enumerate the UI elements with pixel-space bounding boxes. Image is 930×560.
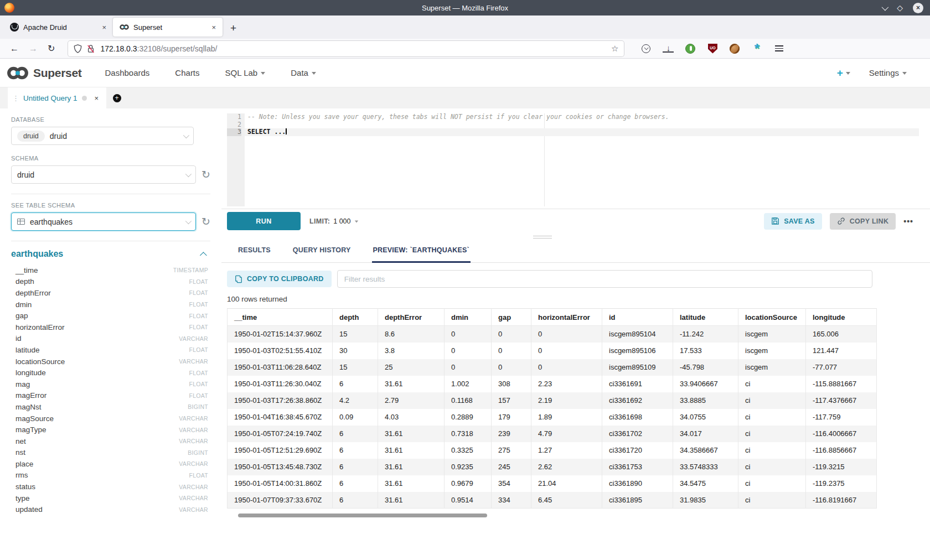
column-name: type [16,494,30,502]
column-header-latitude[interactable]: latitude [673,309,738,326]
limit-dropdown[interactable]: LIMIT: 1 000 [309,217,359,225]
column-header-horizontalError[interactable]: horizontalError [531,309,602,326]
schema-column-row[interactable]: magSource VARCHAR [11,413,210,424]
chevron-down-icon [846,72,850,75]
nav-dashboards[interactable]: Dashboards [105,68,149,77]
tab-preview-earthquakes[interactable]: PREVIEW: `EARTHQUAKES` [372,240,471,263]
add-query-tab-button[interactable]: + [106,87,127,108]
column-header-longitude[interactable]: longitude [806,309,877,326]
schema-column-row[interactable]: magType VARCHAR [11,424,210,435]
schema-column-row[interactable]: rms FLOAT [11,470,210,481]
more-options-icon[interactable]: ••• [903,217,913,226]
schema-column-row[interactable]: dmin FLOAT [11,299,210,310]
pocket-icon[interactable] [640,43,652,54]
column-name: status [16,483,35,491]
reload-icon[interactable]: ↻ [48,43,55,54]
schema-column-row[interactable]: nst BIGINT [11,447,210,459]
nav-charts[interactable]: Charts [175,68,199,77]
copy-to-clipboard-button[interactable]: COPY TO CLIPBOARD [227,271,332,287]
column-header-locationSource[interactable]: locationSource [738,309,806,326]
save-as-button[interactable]: SAVE AS [764,213,822,230]
new-tab-button[interactable]: + [230,22,236,34]
query-tab-untitled-1[interactable]: ⋮ Untitled Query 1 × [8,87,106,108]
drag-handle-icon[interactable]: ⋮ [12,94,19,102]
column-type: BIGINT [188,403,208,410]
privacy-badger-icon[interactable] [685,43,696,54]
refresh-table-icon[interactable]: ↻ [202,216,210,227]
column-type: FLOAT [189,346,208,353]
column-header-id[interactable]: id [602,309,673,326]
column-name: id [16,334,22,343]
schema-column-row[interactable]: status VARCHAR [11,481,210,492]
column-header-dmin[interactable]: dmin [445,309,492,326]
schema-column-row[interactable]: depth FLOAT [11,276,210,288]
schema-column-row[interactable]: gap FLOAT [11,310,210,322]
schema-column-row[interactable]: latitude FLOAT [11,344,210,356]
column-header-gap[interactable]: gap [492,309,531,326]
maximize-icon[interactable]: ◇ [897,3,903,12]
database-select[interactable]: druid druid [11,127,194,145]
database-label: DATABASE [11,116,210,123]
copy-link-button[interactable]: COPY LINK [830,213,896,230]
insecure-lock-icon[interactable] [87,44,95,53]
query-state-dot [82,96,87,101]
superset-logo[interactable]: Superset [7,66,81,80]
browser-tab-superset[interactable]: Superset × [113,18,223,37]
settings-menu[interactable]: Settings [869,68,907,77]
table-select[interactable]: earthquakes [11,212,196,231]
nav-sql-lab[interactable]: SQL Lab [225,68,266,77]
downloads-icon[interactable]: ↓ [663,44,674,53]
schema-column-row[interactable]: place VARCHAR [11,458,210,470]
scrollbar-thumb[interactable] [238,514,487,517]
close-query-tab-icon[interactable]: × [95,94,99,102]
column-header-depth[interactable]: depth [333,309,378,326]
column-header-depthError[interactable]: depthError [378,309,445,326]
forward-icon[interactable]: → [29,44,38,54]
schema-column-row[interactable]: locationSource VARCHAR [11,356,210,367]
refresh-schema-icon[interactable]: ↻ [202,169,210,180]
schema-column-row[interactable]: type VARCHAR [11,492,210,504]
collapse-chevron-up-icon[interactable] [200,252,207,259]
menu-hamburger-icon[interactable] [773,43,784,54]
minimize-icon[interactable] [882,6,887,11]
superset-favicon-icon [120,24,129,30]
schema-column-row[interactable]: longitude FLOAT [11,367,210,378]
schema-select[interactable]: druid [11,165,196,184]
add-new-button[interactable]: + [837,67,850,79]
column-type: VARCHAR [179,460,208,467]
results-tbody: 1950-01-02T15:14:37.960Z158.6000iscgem89… [228,326,877,509]
rows-returned-status: 100 rows returned [227,295,930,303]
column-header-__time[interactable]: __time [228,309,333,326]
filter-results-input[interactable] [337,270,872,288]
schema-column-row[interactable]: magNst BIGINT [11,401,210,413]
schema-column-row[interactable]: __time TIMESTAMP [11,265,210,276]
column-name: magType [16,426,46,434]
close-tab-icon[interactable]: × [101,23,107,32]
schema-column-row[interactable]: updated VARCHAR [11,504,210,515]
url-bar[interactable]: 172.18.0.3:32108/superset/sqllab/ ☆ [68,41,624,56]
nav-data[interactable]: Data [291,68,316,77]
sql-editor[interactable]: 1 2 3 -- Note: Unless you save your quer… [227,113,919,206]
close-window-icon[interactable]: × [913,3,923,13]
run-button[interactable]: RUN [227,212,301,230]
extension-spark-icon[interactable]: * [751,43,762,54]
schema-column-row[interactable]: id VARCHAR [11,333,210,345]
cookie-extension-icon[interactable] [729,43,740,54]
ublock-icon[interactable]: UO [707,43,718,54]
bookmark-star-icon[interactable]: ☆ [611,44,618,54]
schema-column-row[interactable]: mag FLOAT [11,378,210,390]
schema-column-row[interactable]: magError FLOAT [11,390,210,402]
schema-column-row[interactable]: depthError FLOAT [11,287,210,299]
table-row: 1950-01-03T11:26:30.040Z631.611.0023082.… [228,376,877,392]
schema-column-row[interactable]: horizontalError FLOAT [11,322,210,333]
close-tab-icon[interactable]: × [210,23,217,32]
shield-icon[interactable] [74,44,82,53]
back-icon[interactable]: ← [10,44,19,54]
brand-name: Superset [33,66,81,80]
sql-workspace: 1 2 3 -- Note: Unless you save your quer… [221,108,930,510]
tab-query-history[interactable]: QUERY HISTORY [292,240,352,263]
tab-results[interactable]: RESULTS [237,240,272,263]
schema-column-row[interactable]: net VARCHAR [11,435,210,447]
pane-resize-handle[interactable] [533,234,552,240]
browser-tab-apache-druid[interactable]: Apache Druid × [3,18,113,37]
